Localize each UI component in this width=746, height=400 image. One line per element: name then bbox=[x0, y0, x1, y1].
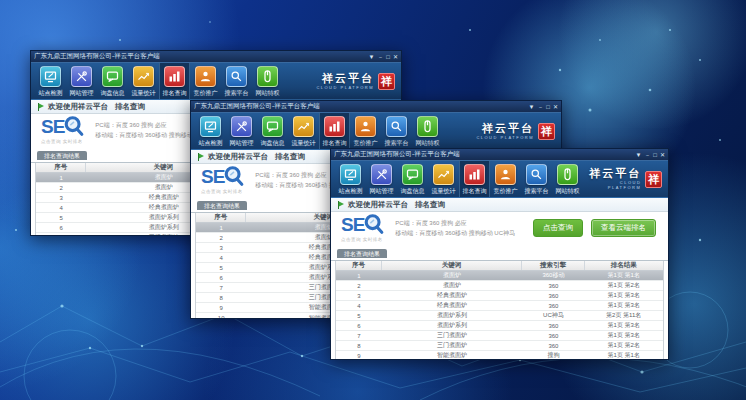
toolbar-label: 竞价推广 bbox=[354, 139, 378, 148]
table-row[interactable]: 8三门煮面炉360第1页 第2名 bbox=[336, 341, 663, 351]
close-icon[interactable]: ✕ bbox=[553, 104, 558, 110]
site-check-icon bbox=[340, 164, 361, 185]
tab-ranking-results[interactable]: 排名查询结果 bbox=[37, 151, 87, 160]
toolbar-item-rank-query[interactable]: 排名查询 bbox=[319, 113, 350, 149]
toolbar-item-site-manage[interactable]: 网站管理 bbox=[226, 113, 257, 149]
toolbar-item-site-privilege[interactable]: 网站特权 bbox=[552, 161, 583, 197]
search-platform-icon bbox=[386, 116, 407, 137]
tab-ranking-results[interactable]: 排名查询结果 bbox=[337, 249, 387, 258]
table-cell: 第1页 第3名 bbox=[585, 321, 663, 330]
toolbar-item-rank-query[interactable]: 排名查询 bbox=[459, 161, 490, 197]
column-header: 排名结果 bbox=[585, 261, 663, 270]
table-cell: 2 bbox=[336, 281, 382, 290]
brand-name: 祥云平台 bbox=[316, 73, 374, 84]
toolbar-item-search-platform[interactable]: 搜索平台 bbox=[381, 113, 412, 149]
skin-menu-icon[interactable]: ▼ bbox=[635, 152, 641, 158]
toolbar-item-site-privilege[interactable]: 网站特权 bbox=[412, 113, 443, 149]
seo-tagline: 点击查询 实时排名 bbox=[341, 237, 385, 242]
table-cell: 智能煮面炉 bbox=[382, 351, 523, 359]
toolbar-item-bid-promotion[interactable]: 竞价推广 bbox=[490, 161, 521, 197]
toolbar-label: 排名查询 bbox=[323, 139, 347, 148]
welcome-bar: 欢迎使用祥云平台 排名查询 bbox=[331, 198, 668, 212]
toolbar-label: 排名查询 bbox=[163, 89, 187, 98]
table-cell: 第1页 第1名 bbox=[585, 351, 663, 359]
table-cell: 2 bbox=[36, 183, 86, 192]
close-icon[interactable]: ✕ bbox=[660, 152, 665, 158]
section-title: 排名查询 bbox=[415, 200, 445, 210]
maximize-icon[interactable]: □ bbox=[386, 54, 390, 60]
window-titlebar[interactable]: 广东九鼎王国网络有限公司-祥云平台客户端 ▼ － □ ✕ bbox=[31, 51, 401, 62]
toolbar-item-bid-promotion[interactable]: 竞价推广 bbox=[350, 113, 381, 149]
flag-icon bbox=[338, 201, 345, 209]
table-cell: 三门煮面炉 bbox=[382, 331, 523, 340]
site-manage-icon bbox=[71, 66, 92, 87]
table-row[interactable]: 6煮面炉系列360第1页 第3名 bbox=[336, 321, 663, 331]
toolbar-item-bid-promotion[interactable]: 竞价推广 bbox=[190, 63, 221, 99]
toolbar-item-search-platform[interactable]: 搜索平台 bbox=[521, 161, 552, 197]
tab-ranking-results[interactable]: 排名查询结果 bbox=[197, 201, 247, 210]
skin-menu-icon[interactable]: ▼ bbox=[368, 54, 374, 60]
inquiry-message-icon bbox=[402, 164, 423, 185]
table-cell: 5 bbox=[336, 311, 382, 320]
toolbar-item-inquiry[interactable]: 询盘信息 bbox=[257, 113, 288, 149]
table-row[interactable]: 7三门煮面炉360第1页 第3名 bbox=[336, 331, 663, 341]
table-cell: 3 bbox=[336, 291, 382, 300]
toolbar-item-search-platform[interactable]: 搜索平台 bbox=[221, 63, 252, 99]
table-row[interactable]: 9智能煮面炉搜狗第1页 第1名 bbox=[336, 351, 663, 359]
toolbar-item-site-check[interactable]: 站点检测 bbox=[35, 63, 66, 99]
brand-subtitle: CLOUD PLATFORM bbox=[316, 85, 374, 90]
table-cell: 360 bbox=[522, 331, 584, 340]
toolbar-label: 竞价推广 bbox=[194, 89, 218, 98]
search-platform-icon bbox=[526, 164, 547, 185]
tab-strip: 排名查询结果 bbox=[331, 242, 668, 261]
table-cell: 8 bbox=[336, 341, 382, 350]
toolbar-item-site-check[interactable]: 站点检测 bbox=[335, 161, 366, 197]
table-row[interactable]: 4经典煮面炉360第1页 第3名 bbox=[336, 301, 663, 311]
table-row[interactable]: 3经典煮面炉360第1页 第3名 bbox=[336, 291, 663, 301]
close-icon[interactable]: ✕ bbox=[393, 54, 398, 60]
section-title: 排名查询 bbox=[275, 152, 305, 162]
toolbar-label: 询盘信息 bbox=[261, 139, 285, 148]
table-cell: 6 bbox=[196, 273, 246, 282]
toolbar-item-traffic[interactable]: 流量统计 bbox=[128, 63, 159, 99]
toolbar-item-inquiry[interactable]: 询盘信息 bbox=[97, 63, 128, 99]
table-row[interactable]: 2煮面炉360第1页 第2名 bbox=[336, 281, 663, 291]
content-area: SE 点击查询 实时排名 PC端：百度 360 搜狗 必应 移动端：百度移动 3… bbox=[331, 212, 668, 359]
toolbar-item-rank-query[interactable]: 排名查询 bbox=[159, 63, 190, 99]
rank-query-icon bbox=[464, 164, 485, 185]
maximize-icon[interactable]: □ bbox=[546, 104, 550, 110]
toolbar-item-site-privilege[interactable]: 网站特权 bbox=[252, 63, 283, 99]
window-title: 广东九鼎王国网络有限公司-祥云平台客户端 bbox=[34, 52, 368, 61]
table-cell: 第1页 第1名 bbox=[585, 271, 663, 280]
toolbar-label: 排名查询 bbox=[463, 187, 487, 196]
toolbar-item-site-manage[interactable]: 网站管理 bbox=[366, 161, 397, 197]
brand-logo: 祥云平台 CLOUD PLATFORM 祥 bbox=[583, 161, 664, 197]
table-cell: 1 bbox=[36, 173, 86, 182]
window-titlebar[interactable]: 广东九鼎王国网络有限公司-祥云平台客户端 ▼ － □ ✕ bbox=[191, 101, 561, 112]
table-cell: 第1页 第3名 bbox=[585, 301, 663, 310]
toolbar-item-site-manage[interactable]: 网站管理 bbox=[66, 63, 97, 99]
table-cell: 1 bbox=[196, 223, 246, 232]
app-window: 广东九鼎王国网络有限公司-祥云平台客户端 ▼ － □ ✕ 站点检测 bbox=[330, 148, 669, 360]
window-titlebar[interactable]: 广东九鼎王国网络有限公司-祥云平台客户端 ▼ － □ ✕ bbox=[331, 149, 668, 160]
maximize-icon[interactable]: □ bbox=[653, 152, 657, 158]
minimize-icon[interactable]: － bbox=[377, 54, 383, 60]
toolbar-item-traffic[interactable]: 流量统计 bbox=[428, 161, 459, 197]
query-button[interactable]: 点击查询 bbox=[533, 219, 583, 237]
table-cell: 360 bbox=[522, 291, 584, 300]
table-cell: 9 bbox=[336, 351, 382, 359]
toolbar-item-inquiry[interactable]: 询盘信息 bbox=[397, 161, 428, 197]
inquiry-message-icon bbox=[262, 116, 283, 137]
table-cell: 360移动 bbox=[522, 271, 584, 280]
skin-menu-icon[interactable]: ▼ bbox=[528, 104, 534, 110]
toolbar-item-traffic[interactable]: 流量统计 bbox=[288, 113, 319, 149]
view-cloud-ranking-button[interactable]: 查看云端排名 bbox=[591, 219, 656, 237]
magnifier-icon bbox=[223, 165, 245, 191]
table-row[interactable]: 5煮面炉系列UC神马第2页 第11名 bbox=[336, 311, 663, 321]
minimize-icon[interactable]: － bbox=[537, 104, 543, 110]
minimize-icon[interactable]: － bbox=[644, 152, 650, 158]
column-header: 序号 bbox=[196, 213, 246, 222]
welcome-text: 欢迎使用祥云平台 bbox=[48, 102, 108, 112]
table-row[interactable]: 1煮面炉360移动第1页 第1名 bbox=[336, 271, 663, 281]
toolbar-item-site-check[interactable]: 站点检测 bbox=[195, 113, 226, 149]
